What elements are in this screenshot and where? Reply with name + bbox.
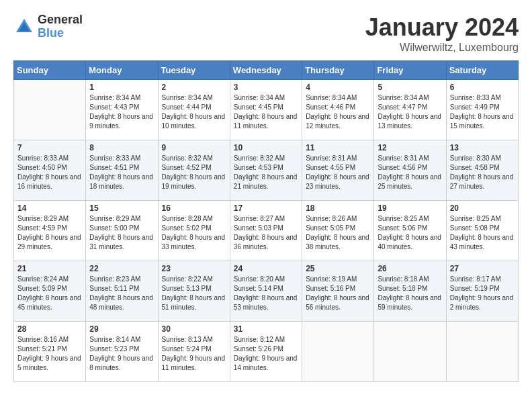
calendar-cell: 25Sunrise: 8:19 AM Sunset: 5:16 PM Dayli…: [302, 261, 374, 322]
calendar-cell: 14Sunrise: 8:29 AM Sunset: 4:59 PM Dayli…: [14, 201, 86, 261]
day-number: 9: [162, 143, 226, 152]
day-number: 25: [306, 264, 370, 273]
calendar-cell: 18Sunrise: 8:26 AM Sunset: 5:05 PM Dayli…: [302, 201, 374, 261]
day-info: Sunrise: 8:33 AM Sunset: 4:50 PM Dayligh…: [17, 154, 82, 191]
day-number: 16: [162, 203, 226, 213]
calendar-cell: 7Sunrise: 8:33 AM Sunset: 4:50 PM Daylig…: [14, 140, 86, 201]
day-number: 27: [450, 264, 515, 273]
calendar-cell: 10Sunrise: 8:32 AM Sunset: 4:53 PM Dayli…: [230, 140, 302, 201]
day-info: Sunrise: 8:13 AM Sunset: 5:24 PM Dayligh…: [162, 335, 226, 373]
calendar-cell: 29Sunrise: 8:14 AM Sunset: 5:23 PM Dayli…: [86, 322, 158, 382]
day-number: 17: [234, 203, 298, 213]
calendar-week-row: 7Sunrise: 8:33 AM Sunset: 4:50 PM Daylig…: [14, 140, 519, 201]
day-number: 1: [89, 83, 154, 92]
calendar-cell: 3Sunrise: 8:34 AM Sunset: 4:45 PM Daylig…: [230, 80, 302, 140]
day-number: 3: [234, 83, 298, 92]
day-number: 6: [450, 83, 515, 92]
calendar-cell: 12Sunrise: 8:31 AM Sunset: 4:56 PM Dayli…: [374, 140, 446, 201]
day-info: Sunrise: 8:25 AM Sunset: 5:08 PM Dayligh…: [450, 214, 515, 252]
day-info: Sunrise: 8:27 AM Sunset: 5:03 PM Dayligh…: [234, 214, 298, 252]
calendar-cell: 27Sunrise: 8:17 AM Sunset: 5:19 PM Dayli…: [446, 261, 518, 322]
day-info: Sunrise: 8:29 AM Sunset: 4:59 PM Dayligh…: [17, 214, 82, 252]
day-info: Sunrise: 8:28 AM Sunset: 5:02 PM Dayligh…: [162, 214, 226, 252]
day-number: 30: [162, 324, 226, 334]
calendar-week-row: 21Sunrise: 8:24 AM Sunset: 5:09 PM Dayli…: [14, 261, 519, 322]
day-number: 24: [234, 264, 298, 273]
day-number: 14: [17, 203, 82, 213]
day-number: 4: [306, 83, 370, 92]
calendar-cell: [446, 322, 518, 382]
calendar-cell: 17Sunrise: 8:27 AM Sunset: 5:03 PM Dayli…: [230, 201, 302, 261]
calendar-cell: 20Sunrise: 8:25 AM Sunset: 5:08 PM Dayli…: [446, 201, 518, 261]
day-number: 19: [378, 203, 442, 213]
calendar-cell: 19Sunrise: 8:25 AM Sunset: 5:06 PM Dayli…: [374, 201, 446, 261]
day-number: 23: [162, 264, 226, 273]
location-text: Wilwerwiltz, Luxembourg: [365, 42, 519, 54]
day-info: Sunrise: 8:23 AM Sunset: 5:11 PM Dayligh…: [89, 275, 154, 312]
day-info: Sunrise: 8:20 AM Sunset: 5:14 PM Dayligh…: [234, 275, 298, 312]
day-info: Sunrise: 8:31 AM Sunset: 4:56 PM Dayligh…: [378, 154, 442, 191]
day-number: 13: [450, 143, 515, 152]
day-info: Sunrise: 8:19 AM Sunset: 5:16 PM Dayligh…: [306, 275, 370, 312]
day-info: Sunrise: 8:34 AM Sunset: 4:44 PM Dayligh…: [162, 93, 226, 131]
column-header-thursday: Thursday: [302, 61, 374, 80]
day-number: 18: [306, 203, 370, 213]
logo: General Blue: [13, 13, 83, 40]
column-header-sunday: Sunday: [14, 61, 86, 80]
calendar-cell: 1Sunrise: 8:34 AM Sunset: 4:43 PM Daylig…: [86, 80, 158, 140]
day-number: 28: [17, 324, 82, 334]
calendar-cell: 30Sunrise: 8:13 AM Sunset: 5:24 PM Dayli…: [158, 322, 230, 382]
calendar-cell: [374, 322, 446, 382]
day-info: Sunrise: 8:32 AM Sunset: 4:53 PM Dayligh…: [234, 154, 298, 191]
logo-text: General Blue: [38, 13, 83, 40]
column-header-tuesday: Tuesday: [158, 61, 230, 80]
day-number: 10: [234, 143, 298, 152]
calendar-cell: 13Sunrise: 8:30 AM Sunset: 4:58 PM Dayli…: [446, 140, 518, 201]
day-info: Sunrise: 8:22 AM Sunset: 5:13 PM Dayligh…: [162, 275, 226, 312]
calendar-cell: 16Sunrise: 8:28 AM Sunset: 5:02 PM Dayli…: [158, 201, 230, 261]
calendar-week-row: 28Sunrise: 8:16 AM Sunset: 5:21 PM Dayli…: [14, 322, 519, 382]
day-info: Sunrise: 8:30 AM Sunset: 4:58 PM Dayligh…: [450, 154, 515, 191]
day-info: Sunrise: 8:34 AM Sunset: 4:43 PM Dayligh…: [89, 93, 154, 131]
day-number: 21: [17, 264, 82, 273]
calendar-cell: 26Sunrise: 8:18 AM Sunset: 5:18 PM Dayli…: [374, 261, 446, 322]
day-number: 29: [89, 324, 154, 334]
title-block: January 2024 Wilwerwiltz, Luxembourg: [365, 13, 519, 54]
calendar-cell: 11Sunrise: 8:31 AM Sunset: 4:55 PM Dayli…: [302, 140, 374, 201]
day-info: Sunrise: 8:24 AM Sunset: 5:09 PM Dayligh…: [17, 275, 82, 312]
day-number: 20: [450, 203, 515, 213]
calendar-cell: 28Sunrise: 8:16 AM Sunset: 5:21 PM Dayli…: [14, 322, 86, 382]
day-info: Sunrise: 8:31 AM Sunset: 4:55 PM Dayligh…: [306, 154, 370, 191]
day-info: Sunrise: 8:14 AM Sunset: 5:23 PM Dayligh…: [89, 335, 154, 373]
day-number: 11: [306, 143, 370, 152]
day-info: Sunrise: 8:34 AM Sunset: 4:46 PM Dayligh…: [306, 93, 370, 131]
calendar-cell: [14, 80, 86, 140]
day-info: Sunrise: 8:16 AM Sunset: 5:21 PM Dayligh…: [17, 335, 82, 373]
day-info: Sunrise: 8:32 AM Sunset: 4:52 PM Dayligh…: [162, 154, 226, 191]
day-number: 26: [378, 264, 442, 273]
calendar-cell: 5Sunrise: 8:34 AM Sunset: 4:47 PM Daylig…: [374, 80, 446, 140]
page-header: General Blue January 2024 Wilwerwiltz, L…: [13, 13, 519, 54]
calendar-cell: 31Sunrise: 8:12 AM Sunset: 5:26 PM Dayli…: [230, 322, 302, 382]
calendar-cell: 8Sunrise: 8:33 AM Sunset: 4:51 PM Daylig…: [86, 140, 158, 201]
logo-general-text: General: [38, 13, 83, 27]
day-number: 7: [17, 143, 82, 152]
calendar-header-row: SundayMondayTuesdayWednesdayThursdayFrid…: [14, 61, 519, 80]
day-number: 5: [378, 83, 442, 92]
logo-icon: [13, 16, 35, 38]
day-info: Sunrise: 8:18 AM Sunset: 5:18 PM Dayligh…: [378, 275, 442, 312]
column-header-friday: Friday: [374, 61, 446, 80]
day-info: Sunrise: 8:25 AM Sunset: 5:06 PM Dayligh…: [378, 214, 442, 252]
day-info: Sunrise: 8:26 AM Sunset: 5:05 PM Dayligh…: [306, 214, 370, 252]
day-number: 15: [89, 203, 154, 213]
calendar-cell: 6Sunrise: 8:33 AM Sunset: 4:49 PM Daylig…: [446, 80, 518, 140]
day-info: Sunrise: 8:12 AM Sunset: 5:26 PM Dayligh…: [234, 335, 298, 373]
day-number: 22: [89, 264, 154, 273]
calendar-cell: 2Sunrise: 8:34 AM Sunset: 4:44 PM Daylig…: [158, 80, 230, 140]
day-number: 12: [378, 143, 442, 152]
calendar-cell: 9Sunrise: 8:32 AM Sunset: 4:52 PM Daylig…: [158, 140, 230, 201]
column-header-saturday: Saturday: [446, 61, 518, 80]
calendar-cell: 22Sunrise: 8:23 AM Sunset: 5:11 PM Dayli…: [86, 261, 158, 322]
column-header-monday: Monday: [86, 61, 158, 80]
day-number: 2: [162, 83, 226, 92]
